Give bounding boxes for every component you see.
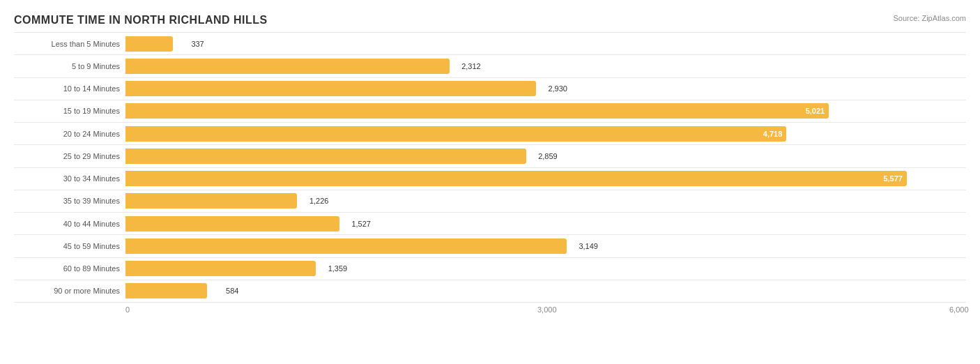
source-text: Source: ZipAtlas.com [893,14,966,22]
bar-label: 20 to 24 Minutes [14,130,125,138]
bar-wrapper: 1,226 [125,192,966,211]
bar-wrapper: 2,312 [125,56,966,75]
x-axis: 03,0006,000 [125,305,966,319]
bar-label: 40 to 44 Minutes [14,220,125,228]
bar-label: 35 to 39 Minutes [14,197,125,205]
bar-wrapper: 1,359 [125,259,966,278]
bar-row: 90 or more Minutes584 [14,280,966,303]
bar-wrapper: 5,021 [125,102,966,121]
bar-row: 40 to 44 Minutes1,527 [14,213,966,235]
chart-area: Less than 5 Minutes3375 to 9 Minutes2,31… [14,32,966,319]
bar: 1,359 [125,261,316,276]
bar-value: 337 [191,40,204,48]
bar-wrapper: 337 [125,34,966,53]
bar-label: 25 to 29 Minutes [14,152,125,160]
bar: 584 [125,283,207,298]
bar-value: 584 [226,287,238,295]
bar-value: 5,021 [806,107,825,115]
x-axis-label: 6,000 [949,305,969,314]
bar-row: 35 to 39 Minutes1,226 [14,190,966,213]
bar-label: 15 to 19 Minutes [14,107,125,115]
bar-row: 60 to 89 Minutes1,359 [14,258,966,280]
bar-label: 5 to 9 Minutes [14,62,125,70]
bar: 2,859 [125,149,526,164]
bar: 2,930 [125,81,536,96]
bar-label: 60 to 89 Minutes [14,264,125,273]
bars-section: Less than 5 Minutes3375 to 9 Minutes2,31… [14,32,966,303]
bar-value: 4,718 [763,130,783,138]
bar-label: 30 to 34 Minutes [14,174,125,183]
bar-row: 10 to 14 Minutes2,930 [14,78,966,100]
x-axis-label: 0 [125,305,130,314]
bar-wrapper: 2,859 [125,146,966,165]
bar: 4,718 [125,126,786,142]
bar-value: 3,149 [579,242,598,250]
chart-container: COMMUTE TIME IN NORTH RICHLAND HILLS Sou… [0,0,980,364]
bar-value: 2,312 [461,62,481,70]
bar-row: 45 to 59 Minutes3,149 [14,235,966,257]
bar-row: 30 to 34 Minutes5,577 [14,168,966,190]
bar: 5,577 [125,171,907,186]
bar-label: 45 to 59 Minutes [14,242,125,250]
bar-row: 15 to 19 Minutes5,021 [14,100,966,123]
chart-title: COMMUTE TIME IN NORTH RICHLAND HILLS [14,14,966,26]
bar-value: 2,930 [548,84,567,93]
bar-wrapper: 584 [125,282,966,301]
bar-value: 1,527 [351,220,371,228]
bar-value: 5,577 [883,174,903,183]
bar: 2,312 [125,59,450,74]
bar-wrapper: 5,577 [125,169,966,188]
bar-wrapper: 3,149 [125,236,966,255]
bar-row: 5 to 9 Minutes2,312 [14,55,966,77]
bar: 337 [125,36,173,52]
bar-wrapper: 1,527 [125,214,966,233]
bar-wrapper: 4,718 [125,124,966,143]
bar-value: 1,226 [309,197,329,205]
bar-label: 90 or more Minutes [14,287,125,295]
bar-wrapper: 2,930 [125,79,966,98]
bar: 1,527 [125,216,339,232]
bar-label: Less than 5 Minutes [14,40,125,48]
bar-value: 1,359 [328,264,348,273]
bar: 1,226 [125,193,297,208]
x-axis-label: 3,000 [537,305,557,314]
bar: 3,149 [125,238,567,254]
bar: 5,021 [125,103,829,119]
bar-row: Less than 5 Minutes337 [14,32,966,55]
bar-row: 20 to 24 Minutes4,718 [14,123,966,145]
bar-row: 25 to 29 Minutes2,859 [14,145,966,167]
bar-value: 2,859 [538,152,558,160]
bar-label: 10 to 14 Minutes [14,84,125,93]
